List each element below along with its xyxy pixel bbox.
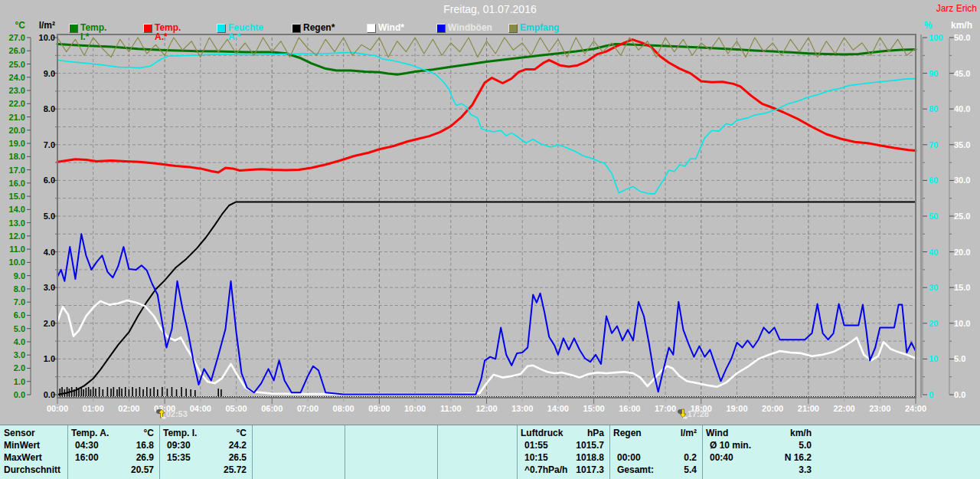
tempc-axis-unit: °C xyxy=(0,20,25,31)
tempc-scale-label: 2.0 xyxy=(0,364,25,372)
x-axis-label: 05:00 xyxy=(220,404,253,413)
x-axis-label: 21:00 xyxy=(792,404,825,413)
table-cell-value: 0.2 xyxy=(613,453,697,463)
kmh-scale-label: 40.0 xyxy=(954,105,978,113)
table-cell-value: 1018.8 xyxy=(521,453,604,463)
legend-label: Regen* xyxy=(303,23,335,32)
pct-scale-label: 10 xyxy=(929,355,949,363)
tempc-scale-label: 22.0 xyxy=(0,100,25,108)
kmh-scale-label: 10.0 xyxy=(954,320,978,328)
table-divider xyxy=(159,425,160,479)
table-row-label: Sensor xyxy=(4,428,65,438)
tempc-scale-label: 23.0 xyxy=(0,87,25,95)
table-col-unit: °C xyxy=(71,428,154,438)
tempc-scale-label: 9.0 xyxy=(0,272,25,281)
table-cell-value: 5.4 xyxy=(613,465,697,475)
kmh-axis-unit: km/h xyxy=(951,20,978,31)
table-cell-value: 1017.3 xyxy=(521,465,604,475)
pct-scale-label: 30 xyxy=(929,284,949,292)
table-divider xyxy=(252,425,253,479)
table-cell-value: 26.9 xyxy=(71,453,154,463)
legend-label: Feuchte A.* xyxy=(228,23,263,41)
tempc-scale-label: 24.0 xyxy=(0,74,25,82)
legend-swatch-icon xyxy=(143,24,152,33)
tempc-scale-label: 21.0 xyxy=(0,113,25,122)
page-title: Freitag, 01.07.2016 xyxy=(0,3,980,15)
tempc-scale-label: 17.0 xyxy=(0,166,25,175)
table-col-unit: km/h xyxy=(706,428,812,438)
table-cell-value: 26.5 xyxy=(163,453,247,463)
x-axis-label: 06:00 xyxy=(255,404,289,413)
weather-chart-panel: Freitag, 01.07.2016 Jarz Erich Temp. I.*… xyxy=(0,0,980,425)
table-row-label: MinWert xyxy=(4,441,65,451)
tempc-scale-label: 14.0 xyxy=(0,205,25,214)
table-cell-value: 25.72 xyxy=(163,465,247,475)
tempc-scale-label: 20.0 xyxy=(0,126,25,135)
x-axis-label: 19:00 xyxy=(720,404,753,413)
x-axis-label: 13:00 xyxy=(505,404,539,413)
legend-swatch-icon xyxy=(367,24,376,33)
table-cell-value: 20.57 xyxy=(71,465,154,475)
x-axis-label: 10:00 xyxy=(398,404,432,413)
lm2-scale-label: 8.0 xyxy=(28,105,55,113)
pct-scale-label: 70 xyxy=(929,141,949,149)
table-col-unit: l/m² xyxy=(613,428,697,438)
table-col-unit: °C xyxy=(163,428,247,438)
time-marker-1728: 17:28 xyxy=(678,408,688,421)
legend-swatch-icon xyxy=(508,24,518,33)
tempc-scale-label: 26.0 xyxy=(0,47,25,55)
legend-label: Temp. I.* xyxy=(80,23,106,41)
tempc-scale-label: 4.0 xyxy=(0,338,25,346)
tempc-scale-label: 7.0 xyxy=(0,298,25,307)
tempc-scale-label: 25.0 xyxy=(0,61,25,69)
x-axis-label: 12:00 xyxy=(470,404,504,413)
legend-swatch-icon xyxy=(436,24,446,33)
table-cell-value: 1015.7 xyxy=(521,441,604,451)
kmh-scale-label: 30.0 xyxy=(954,176,978,185)
lm2-scale-label: 6.0 xyxy=(28,176,55,185)
table-divider xyxy=(517,425,518,479)
x-axis-label: 24:00 xyxy=(899,404,933,413)
lm2-scale-label: 2.0 xyxy=(28,320,55,328)
kmh-scale-label: 5.0 xyxy=(954,355,978,363)
tempc-scale-label: 1.0 xyxy=(0,378,25,386)
tempc-scale-label: 19.0 xyxy=(0,139,25,148)
table-cell-value: 3.3 xyxy=(706,465,812,475)
sunrise-marker-icon xyxy=(156,408,166,419)
table-cell-value: 5.0 xyxy=(706,441,812,451)
table-cell-value: 24.2 xyxy=(163,441,247,451)
lm2-scale-label: 4.0 xyxy=(28,248,55,257)
x-axis-label: 23:00 xyxy=(863,404,897,413)
x-axis-label: 15:00 xyxy=(577,404,611,413)
pct-scale-label: 20 xyxy=(929,320,949,328)
x-axis-label: 07:00 xyxy=(291,404,325,413)
time-marker-0253: 02:53 xyxy=(156,408,166,421)
lm2-axis-unit: l/m² xyxy=(28,20,55,31)
table-divider xyxy=(437,425,438,479)
table-divider xyxy=(345,425,345,479)
x-axis-label: 20:00 xyxy=(756,404,789,413)
pct-scale-label: 40 xyxy=(929,248,949,257)
kmh-scale-label: 45.0 xyxy=(954,70,978,78)
table-col-unit: hPa xyxy=(521,428,604,438)
tempc-scale-label: 15.0 xyxy=(0,192,25,201)
kmh-scale-label: 50.0 xyxy=(954,34,978,42)
table-divider xyxy=(609,425,610,479)
tempc-scale-label: 8.0 xyxy=(0,285,25,294)
table-cell-value: 16.8 xyxy=(71,441,154,451)
legend-swatch-icon xyxy=(69,24,78,33)
table-row-label: MaxWert xyxy=(4,453,65,463)
kmh-scale-label: 25.0 xyxy=(954,212,978,221)
tempc-scale-label: 5.0 xyxy=(0,325,25,333)
tempc-scale-label: 27.0 xyxy=(0,34,25,42)
pct-scale-label: 80 xyxy=(929,105,949,113)
kmh-scale-label: 0.0 xyxy=(954,391,978,399)
tempc-scale-label: 0.0 xyxy=(0,391,25,399)
pct-scale-label: 90 xyxy=(929,70,949,78)
lm2-scale-label: 7.0 xyxy=(28,141,55,149)
kmh-scale-label: 20.0 xyxy=(954,248,978,257)
watermark-author: Jarz Erich xyxy=(936,3,977,14)
statistics-table: SensorMinWertMaxWertDurchschnittTemp. A.… xyxy=(0,425,980,479)
x-axis-label: 14:00 xyxy=(541,404,575,413)
tempc-scale-label: 18.0 xyxy=(0,153,25,161)
